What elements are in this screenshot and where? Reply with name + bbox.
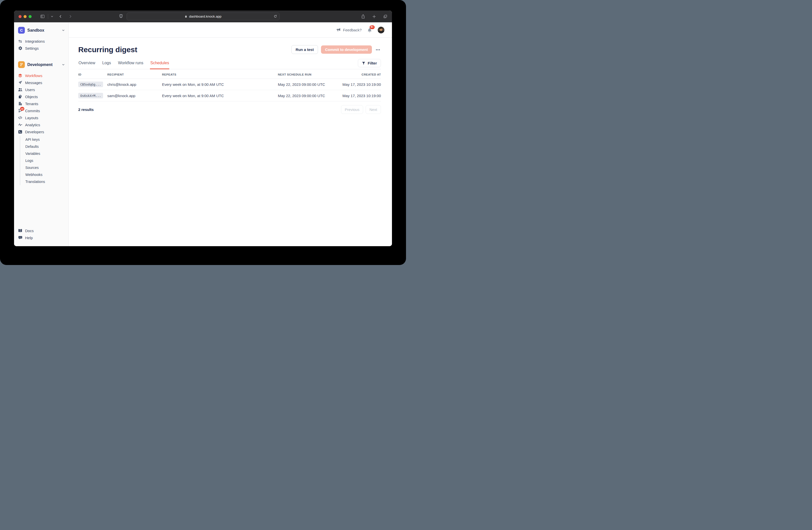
repeats-cell: Every week on Mon, at 9:00 AM UTC: [162, 94, 278, 98]
reload-icon[interactable]: [274, 14, 277, 19]
chevron-down-icon: [62, 29, 65, 32]
lock-icon: [185, 15, 187, 18]
sidebar-item-label: Objects: [25, 95, 38, 99]
sidebar-item-label: Layouts: [25, 116, 38, 120]
schedule-id-badge[interactable]: Os6skXrM...: [78, 93, 103, 98]
sidebar-item-translations[interactable]: Translations: [25, 178, 66, 185]
notifications-button[interactable]: 9+: [367, 27, 372, 33]
address-bar[interactable]: dashboard.knock.app: [127, 13, 280, 20]
sidebar-item-users[interactable]: Users: [18, 86, 66, 93]
sidebar-item-label: Docs: [25, 228, 33, 233]
notification-count-badge: 9+: [369, 25, 375, 29]
more-options-button[interactable]: [375, 46, 381, 53]
titlebar-divider: [48, 14, 48, 19]
tabs-overview-icon[interactable]: [383, 14, 388, 18]
account-switcher[interactable]: C Sandbox: [18, 26, 66, 34]
previous-page-button[interactable]: Previous: [341, 105, 363, 114]
sidebar-item-webhooks[interactable]: Webhooks: [25, 171, 66, 178]
sidebar-item-tenants[interactable]: Tenants: [18, 100, 66, 107]
building-icon: [18, 102, 22, 106]
sidebar-item-developers[interactable]: Developers: [18, 128, 66, 135]
sidebar-item-messages[interactable]: Messages: [18, 79, 66, 86]
tab-logs[interactable]: Logs: [102, 58, 111, 69]
sidebar-item-label: Help: [25, 236, 33, 240]
settings-icon: [18, 46, 22, 50]
sidebar-subitem-label: Translations: [25, 180, 45, 184]
browser-titlebar: dashboard.knock.app: [14, 11, 392, 22]
tab-schedules[interactable]: Schedules: [150, 58, 169, 69]
minimize-window-button[interactable]: [24, 15, 27, 18]
integrations-icon: [18, 39, 22, 43]
sidebar-item-workflows[interactable]: Workflows: [18, 72, 66, 79]
commit-to-development-button[interactable]: Commit to development: [321, 45, 372, 54]
account-logo: C: [18, 27, 25, 33]
ellipsis-icon: [375, 47, 380, 52]
zoom-window-button[interactable]: [29, 15, 32, 18]
shield-icon[interactable]: [119, 14, 123, 19]
sidebar-item-variables[interactable]: Variables: [25, 150, 66, 157]
sidebar-item-logs[interactable]: Logs: [25, 157, 66, 164]
forward-icon[interactable]: [69, 15, 72, 18]
git-commit-icon: 10: [18, 109, 22, 113]
new-tab-icon[interactable]: [372, 15, 376, 18]
environment-name: Development: [27, 62, 59, 67]
table-row[interactable]: CB5odqGg... chris@knock.app Every week o…: [78, 79, 381, 90]
sidebar-item-settings[interactable]: Settings: [18, 45, 66, 52]
paper-plane-icon: [18, 81, 22, 85]
recipient-cell: chris@knock.app: [107, 82, 162, 87]
sidebar-subitem-label: API keys: [25, 138, 40, 141]
feedback-button[interactable]: Feedback?: [336, 28, 362, 32]
sidebar-item-integrations[interactable]: Integrations: [18, 38, 66, 45]
share-icon[interactable]: [361, 14, 365, 19]
sidebar-item-help[interactable]: Help: [18, 234, 66, 241]
sidebar-item-sources[interactable]: Sources: [25, 164, 66, 171]
sidebar-item-label: Messages: [25, 81, 42, 85]
sidebar-item-defaults[interactable]: Defaults: [25, 143, 66, 150]
sidebar-item-label: Commits: [25, 109, 40, 113]
column-header-id: ID: [78, 73, 107, 76]
avatar[interactable]: [378, 27, 385, 33]
back-icon[interactable]: [59, 15, 62, 18]
sidebar-subitem-label: Defaults: [25, 144, 39, 149]
filter-label: Filter: [368, 61, 377, 65]
schedule-id-badge[interactable]: CB5odqGg...: [78, 82, 103, 87]
sidebar-item-objects[interactable]: Objects: [18, 93, 66, 100]
address-bar-url: dashboard.knock.app: [189, 15, 221, 18]
sidebar-subitem-label: Webhooks: [25, 173, 42, 177]
tab-overview[interactable]: Overview: [78, 58, 96, 69]
sidebar-item-analytics[interactable]: Analytics: [18, 121, 66, 128]
megaphone-icon: [336, 28, 341, 32]
results-count: 2 results: [78, 108, 94, 112]
run-a-test-button[interactable]: Run a test: [291, 45, 318, 54]
table-row[interactable]: Os6skXrM... sam@knock.app Every week on …: [78, 90, 381, 101]
layers-icon: [18, 73, 22, 78]
column-header-repeats: REPEATS: [162, 73, 278, 76]
created-at-cell: May 17, 2023 10:19:00: [331, 94, 381, 98]
sidebar-item-docs[interactable]: Docs: [18, 227, 66, 234]
tab-bar: Overview Logs Workflow runs Schedules Fi…: [78, 58, 381, 69]
page-title: Recurring digest: [78, 45, 137, 54]
column-header-recipient: RECIPIENT: [107, 73, 162, 76]
filter-button[interactable]: Filter: [358, 59, 381, 67]
sidebar-item-label: Tenants: [25, 102, 38, 106]
git-branch-icon: [19, 63, 23, 67]
sidebar-subitem-label: Sources: [25, 166, 39, 170]
terminal-icon: [18, 130, 22, 134]
recipient-cell: sam@knock.app: [107, 94, 162, 98]
close-window-button[interactable]: [18, 15, 21, 18]
book-icon: [18, 229, 22, 233]
next-page-button[interactable]: Next: [366, 105, 381, 114]
table-header: ID RECIPIENT REPEATS NEXT SCHEDULE RUN C…: [78, 69, 381, 79]
sidebar-toggle-icon[interactable]: [40, 14, 45, 18]
commits-count-badge: 10: [20, 107, 24, 111]
documents-icon: [18, 95, 22, 99]
environment-logo: [18, 61, 25, 68]
tab-workflow-runs[interactable]: Workflow runs: [118, 58, 143, 69]
environment-switcher[interactable]: Development: [18, 61, 66, 69]
account-name: Sandbox: [27, 28, 59, 33]
sidebar: C Sandbox Integrations: [14, 22, 69, 246]
sidebar-item-commits[interactable]: 10 Commits: [18, 107, 66, 114]
chevron-down-icon[interactable]: [50, 15, 54, 18]
sidebar-item-layouts[interactable]: Layouts: [18, 114, 66, 121]
sidebar-item-api-keys[interactable]: API keys: [25, 136, 66, 143]
